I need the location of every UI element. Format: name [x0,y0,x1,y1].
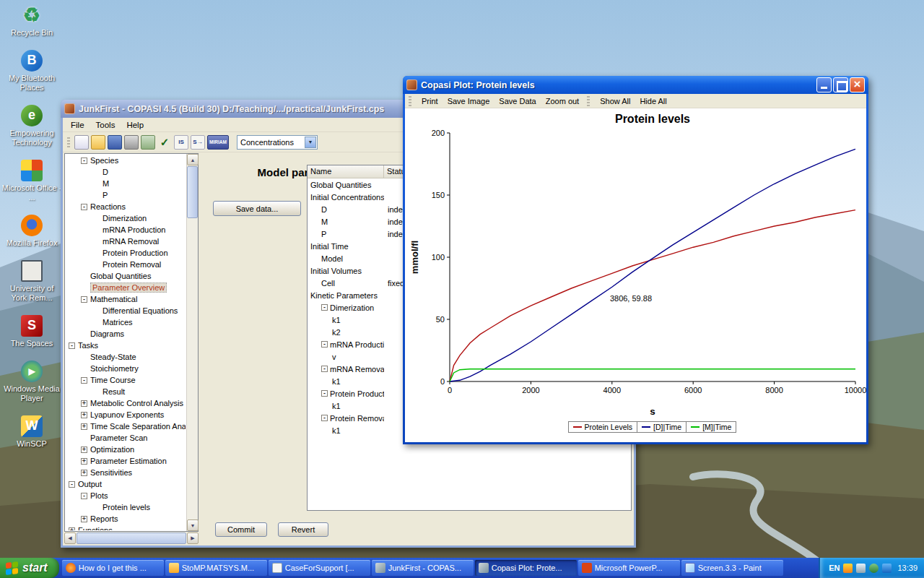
tree-item-tasks[interactable]: -Tasks [66,340,186,351]
new-file-icon[interactable] [74,135,89,150]
tree-item-parameter-estimation[interactable]: +Parameter Estimation [66,455,186,467]
check-icon[interactable]: ✓ [157,135,172,150]
plot-toolbar-show-all[interactable]: Show All [598,96,632,106]
tree-item-protein-removal[interactable]: Protein Removal [66,259,186,270]
minus-icon[interactable]: - [81,377,87,384]
tree-item-parameter-overview[interactable]: Parameter Overview [66,282,186,293]
tree-item-plots[interactable]: -Plots [66,490,186,501]
taskbar-button-microsoft-powerp[interactable]: Microsoft PowerP... [578,560,680,576]
taskbar-button-junkfirst-copas[interactable]: JunkFirst - COPAS... [372,560,474,576]
taskbar-button-copasi-plot-prote[interactable]: Copasi Plot: Prote... [475,560,577,576]
legend-m-time[interactable]: [M]|Time [686,421,736,433]
plus-icon[interactable]: + [81,400,87,407]
s-is-badge-icon[interactable]: S→ [191,135,205,150]
tree-item-p[interactable]: P [66,189,186,201]
tree-item-diagrams[interactable]: Diagrams [66,328,186,340]
desktop-icon-university-york[interactable]: University of York Rem... [1,260,62,303]
tree-item-sensitivities[interactable]: +Sensitivities [66,467,186,478]
tree-item-protein-levels[interactable]: Protein levels [66,501,186,513]
tree-vertical-scrollbar[interactable]: ▲ ▼ [186,154,198,531]
is-badge-icon[interactable]: IS [174,135,188,150]
minus-icon[interactable]: - [81,158,87,164]
menu-file[interactable]: File [66,119,90,131]
open-file-icon[interactable] [91,135,105,150]
tree-item-mrna-removal[interactable]: mRNA Removal [66,236,186,247]
tree-item-result[interactable]: Result [66,386,186,397]
tree-item-global-quantities[interactable]: Global Quantities [66,270,186,282]
tree-item-species[interactable]: -Species [66,155,186,166]
scrollbar-thumb[interactable] [187,166,198,218]
chevron-down-icon[interactable]: ▼ [305,137,316,148]
tree-item-mathematical[interactable]: -Mathematical [66,293,186,305]
plus-icon[interactable]: + [81,412,87,418]
adjust-icon[interactable] [141,135,155,150]
commit-button[interactable]: Commit [215,522,267,537]
tree-item-metabolic-control-analysis[interactable]: +Metabolic Control Analysis [66,397,186,409]
tree-item-steady-state[interactable]: Steady-State [66,351,186,363]
tree-item-parameter-scan[interactable]: Parameter Scan [66,432,186,444]
tree-item-mrna-production[interactable]: mRNA Production [66,224,186,236]
tree-item-output[interactable]: -Output [66,478,186,490]
desktop-icon-recycle-bin[interactable]: ♻Recycle Bin [1,4,62,38]
tree-item-reactions[interactable]: -Reactions [66,201,186,212]
tray-network-icon[interactable] [882,564,892,573]
menu-help[interactable]: Help [121,119,149,131]
plot-toolbar-zoom-out[interactable]: Zoom out [544,96,580,106]
plus-icon[interactable]: + [81,470,87,476]
plot-titlebar[interactable]: Copasi Plot: Protein levels [403,76,868,94]
minus-icon[interactable]: - [321,390,328,397]
legend-protein-levels[interactable]: Protein Levels [568,421,638,433]
minimize-button-icon[interactable] [816,77,832,92]
maximize-button-icon[interactable] [833,77,848,92]
desktop-icon-the-spaces[interactable]: SThe Spaces [1,315,62,348]
plot-toolbar-hide-all[interactable]: Hide All [638,96,668,106]
tree-item-dimerization[interactable]: Dimerization [66,212,186,224]
minus-icon[interactable]: - [81,493,87,499]
plus-icon[interactable]: + [69,527,75,531]
tree-item-functions[interactable]: +Functions [66,525,186,530]
minus-icon[interactable]: - [321,366,328,372]
minus-icon[interactable]: - [321,415,328,421]
scroll-right-icon[interactable]: ▶ [187,532,199,544]
tray-display-icon[interactable] [856,564,866,573]
plus-icon[interactable]: + [81,447,87,453]
tree-item-d[interactable]: D [66,166,186,178]
plus-icon[interactable]: + [81,458,87,465]
plot-toolbar-save-image[interactable]: Save Image [446,96,492,106]
plus-icon[interactable]: + [81,423,87,430]
minus-icon[interactable]: - [81,296,87,303]
scroll-left-icon[interactable]: ◀ [64,532,76,544]
minus-icon[interactable]: - [321,304,328,311]
tree-item-stoichiometry[interactable]: Stoichiometry [66,363,186,374]
tree-item-reports[interactable]: +Reports [66,513,186,525]
tree-item-matrices[interactable]: Matrices [66,316,186,328]
column-header-name[interactable]: Name [308,165,384,178]
scroll-down-icon[interactable]: ▼ [187,519,199,531]
scrollbar-thumb[interactable] [77,532,186,544]
legend-d-time[interactable]: [D]|Time [637,421,687,433]
tree-item-differential-equations[interactable]: Differential Equations [66,305,186,316]
tray-updates-icon[interactable] [843,564,853,573]
desktop-icon-bluetooth-places[interactable]: BMy Bluetooth Places [1,50,62,92]
scroll-up-icon[interactable]: ▲ [187,154,199,165]
revert-button[interactable]: Revert [278,522,328,537]
plus-icon[interactable]: + [81,516,87,522]
menu-tools[interactable]: Tools [91,119,121,131]
tray-status-icon[interactable] [869,564,879,573]
save-icon[interactable] [108,135,122,150]
taskbar-button-how-do-i-get-this[interactable]: How do I get this ... [62,560,164,576]
concentrations-dropdown[interactable]: Concentrations ▼ [237,135,318,150]
taskbar-button-caseforsupport[interactable]: CaseForSupport [... [269,560,370,576]
tree-item-m[interactable]: M [66,178,186,189]
close-button-icon[interactable] [850,77,865,92]
start-button[interactable]: start [0,558,59,578]
save-data-button[interactable]: Save data... [213,201,301,216]
taskbar-button-screen-3-3-paint[interactable]: Screen.3.3 - Paint [681,560,783,576]
clock[interactable]: 13:39 [897,564,918,572]
tree-item-optimization[interactable]: +Optimization [66,444,186,455]
desktop-icon-mozilla-firefox[interactable]: Mozilla Firefox [1,215,62,248]
plot-toolbar-print[interactable]: Print [420,96,440,106]
tree-item-time-course[interactable]: -Time Course [66,374,186,386]
desktop-icon-windows-media-player[interactable]: ▶Windows Media Player [1,361,62,403]
tree-item-lyapunov-exponents[interactable]: +Lyapunov Exponents [66,409,186,420]
